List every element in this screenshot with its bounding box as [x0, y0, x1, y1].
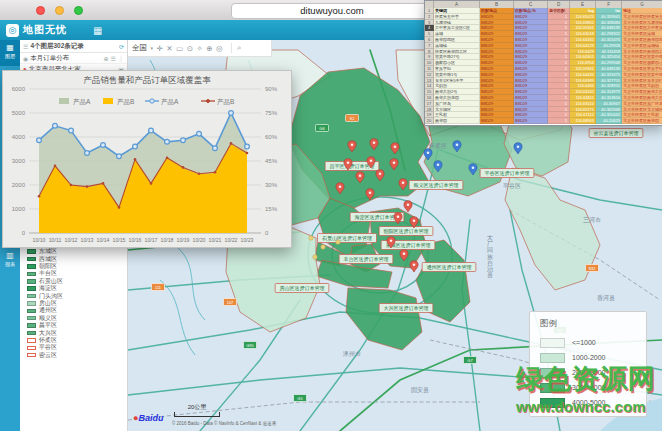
data-point[interactable] [101, 143, 106, 148]
pan-tool-icon[interactable]: ✛ [157, 44, 163, 53]
district-row-朝阳区[interactable]: 朝阳区 [20, 263, 127, 270]
data-point[interactable] [134, 158, 137, 161]
rail-tab-图层[interactable]: ▦图层 [0, 40, 20, 66]
district-row-顺义区[interactable]: 顺义区 [20, 315, 127, 322]
circle-tool-icon[interactable]: ◎ [216, 44, 223, 53]
refresh-icon[interactable]: ⟳ [119, 43, 124, 50]
data-point[interactable] [181, 138, 186, 143]
list-icon[interactable]: ☰ [111, 55, 116, 62]
data-point[interactable] [197, 131, 202, 136]
map-region-badge[interactable]: 平谷区送货订单管理 [480, 169, 534, 178]
apps-grid-icon[interactable]: ▦ [93, 25, 102, 36]
target-icon[interactable]: ⊕ [104, 55, 109, 62]
sheet-cell[interactable]: 40.20629 [596, 118, 622, 124]
sheet-col-B[interactable]: B [480, 1, 514, 8]
map-region-badge[interactable]: 顺义区送货订单管理 [409, 181, 463, 190]
data-point[interactable] [54, 165, 57, 168]
data-point[interactable] [150, 182, 153, 185]
district-row-密云区[interactable]: 密云区 [20, 351, 127, 358]
region-selector[interactable]: 全国 [132, 43, 147, 53]
layer-row-orders[interactable]: ◉ 本月订单分布 ⊕ ☰ ⋮ [20, 53, 127, 64]
map-dot-marker[interactable] [321, 245, 325, 249]
sheet-col-F[interactable]: F [596, 1, 622, 8]
map-dot-marker[interactable] [309, 236, 313, 240]
district-row-石景山区[interactable]: 石景山区 [20, 278, 127, 285]
district-row-通州区[interactable]: 通州区 [20, 307, 127, 314]
map-region-badge[interactable]: 大兴区送货订单管理 [379, 304, 433, 313]
window-zoom-button[interactable] [74, 6, 83, 15]
sheet-col-G[interactable]: G [622, 1, 662, 8]
district-row-门头沟区[interactable]: 门头沟区 [20, 292, 127, 299]
data-point[interactable] [38, 195, 41, 198]
sheet-row-number[interactable]: 20 [425, 118, 434, 124]
map-region-badge[interactable]: 石景山区送货订单管理 [318, 234, 377, 243]
sheet-corner[interactable] [425, 1, 434, 8]
rail-tab-icon: ▦ [0, 43, 20, 52]
frame-tool-icon[interactable]: ▭ [176, 44, 183, 53]
district-row-西城区[interactable]: 西城区 [20, 255, 127, 262]
district-row-丰台区[interactable]: 丰台区 [20, 270, 127, 277]
data-point[interactable] [213, 146, 218, 151]
district-row-昌平区[interactable]: 昌平区 [20, 322, 127, 329]
map-region-badge[interactable]: 朝阳区送货订单管理 [379, 227, 433, 236]
data-point[interactable] [166, 157, 169, 160]
district-swatch [27, 323, 36, 328]
window-minimize-button[interactable] [55, 6, 64, 15]
sheet-cell[interactable]: 116.68963 [570, 118, 596, 124]
district-row-东城区[interactable]: 东城区 [20, 248, 127, 255]
data-point[interactable] [149, 128, 154, 133]
data-point[interactable] [102, 182, 105, 185]
data-point[interactable] [245, 144, 250, 149]
spreadsheet-window[interactable]: ABCDEFG1关键词匹配地点匹配地点-%是否匹配lnglat地址2怀柔第五中学… [424, 0, 662, 126]
data-point[interactable] [198, 173, 201, 176]
sheet-col-D[interactable]: D [548, 1, 570, 8]
data-point[interactable] [133, 144, 138, 149]
sheet-cell[interactable]: 南华园 [434, 118, 480, 124]
district-row-平谷区[interactable]: 平谷区 [20, 344, 127, 351]
buffer-tool-icon[interactable]: ⊕ [206, 44, 212, 53]
more-icon[interactable]: ⋮ [118, 55, 124, 62]
data-point[interactable] [214, 171, 217, 174]
district-row-大兴区[interactable]: 大兴区 [20, 329, 127, 336]
data-point[interactable] [117, 154, 122, 159]
sheet-col-E[interactable]: E [570, 1, 596, 8]
chart-window[interactable]: 产品销售量和产品订单区域覆盖率 600090%500075%400060%300… [2, 70, 292, 248]
data-point[interactable] [37, 138, 42, 143]
sheet-cell[interactable]: B8D29 [514, 118, 548, 124]
sheet-col-C[interactable]: C [514, 1, 548, 8]
eye-icon[interactable]: ◉ [23, 55, 28, 62]
url-bar[interactable]: dituwuyou.com [231, 3, 433, 19]
rail-tab-报表[interactable]: ▥报表 [0, 248, 20, 274]
data-point[interactable] [230, 142, 233, 145]
map-dot-marker[interactable] [336, 240, 340, 244]
data-point[interactable] [85, 151, 90, 156]
district-row-房山区[interactable]: 房山区 [20, 300, 127, 307]
sheet-cell[interactable]: B8D29 [480, 118, 514, 124]
data-point[interactable] [53, 123, 58, 128]
search-icon[interactable]: ⌕ [231, 43, 241, 53]
data-point[interactable] [229, 111, 234, 116]
map-dot-marker[interactable] [313, 255, 317, 259]
clear-tool-icon[interactable]: ✕ [166, 44, 172, 53]
data-point[interactable] [165, 139, 170, 144]
district-row-海淀区[interactable]: 海淀区 [20, 285, 127, 292]
sheet-cell[interactable]: 北京市怀柔区南华园 [622, 118, 662, 124]
data-point[interactable] [182, 166, 185, 169]
data-point[interactable] [69, 128, 74, 133]
share-tool-icon[interactable]: ✧ [197, 44, 203, 53]
map-region-badge[interactable]: 密云县送货订单管理 [589, 129, 643, 138]
data-point[interactable] [86, 185, 89, 188]
map-region-badge[interactable]: 通州区送货订单管理 [422, 263, 476, 272]
map-region-badge[interactable]: 丰台区送货订单管理 [339, 255, 393, 264]
data-point[interactable] [246, 152, 249, 155]
menu-icon[interactable]: ☰ [23, 43, 28, 50]
data-point[interactable] [70, 184, 73, 187]
district-row-怀柔区[interactable]: 怀柔区 [20, 337, 127, 344]
road-shield: 111 [152, 284, 165, 291]
sheet-col-A[interactable]: A [434, 1, 480, 8]
marker-tool-icon[interactable]: ⊙ [187, 44, 193, 53]
sheet-cell[interactable]: 1 [548, 118, 570, 124]
data-point[interactable] [118, 206, 121, 209]
map-region-badge[interactable]: 房山区送货订单管理 [275, 284, 329, 293]
window-close-button[interactable] [36, 6, 45, 15]
